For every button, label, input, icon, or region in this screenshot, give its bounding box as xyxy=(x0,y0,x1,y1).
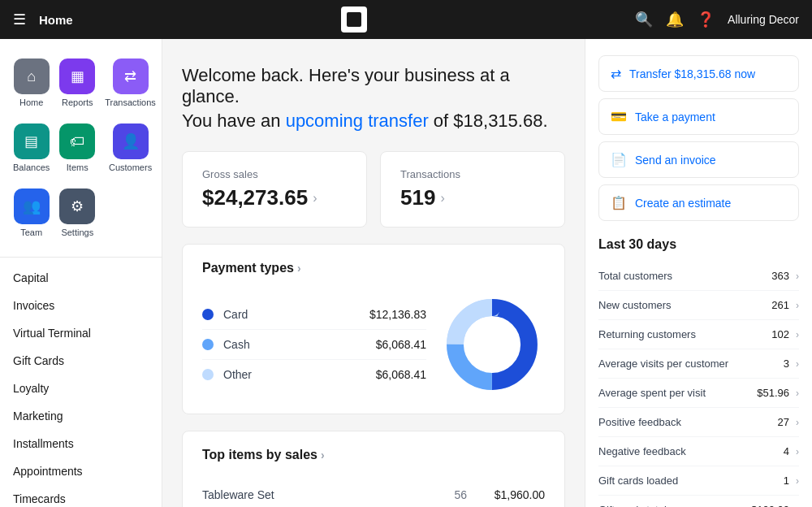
reports-icon-box: ▦ xyxy=(59,58,95,94)
sidebar-icons-grid: ⌂Home▦Reports⇄Transactions▤Balances🏷Item… xyxy=(0,39,162,258)
negative-feedback-name: Negative feedback xyxy=(598,445,784,457)
sidebar-nav-invoices[interactable]: Invoices xyxy=(0,292,162,319)
sidebar-icon-home[interactable]: ⌂Home xyxy=(10,52,53,114)
total-customers-arrow: › xyxy=(796,271,799,282)
customers-label: Customers xyxy=(109,162,152,172)
sidebar-icon-team[interactable]: 👥Team xyxy=(10,182,53,244)
payment-list: Card $12,136.83 Cash $6,068.41 Other $6,… xyxy=(202,300,426,389)
transfer-icon: ⇄ xyxy=(611,66,621,81)
tableware-amount: $1,960.00 xyxy=(480,488,545,501)
reports-label: Reports xyxy=(62,98,93,107)
user-account[interactable]: Alluring Decor xyxy=(728,13,799,26)
avg-spent-name: Average spent per visit xyxy=(598,387,757,399)
positive-feedback-arrow: › xyxy=(796,417,799,428)
gift-cards-loaded-name: Gift cards loaded xyxy=(598,474,784,487)
sidebar-nav-marketing[interactable]: Marketing xyxy=(0,402,162,430)
estimate-label: Create an estimate xyxy=(635,197,731,210)
tableware-qty: 56 xyxy=(434,488,467,501)
gross-sales-label: Gross sales xyxy=(202,168,347,180)
items-icon-box: 🏷 xyxy=(59,124,95,159)
avg-spent-value: $51.96 xyxy=(757,387,789,399)
returning-customers-value: 102 xyxy=(771,328,789,340)
cash-dot xyxy=(202,339,214,350)
main-content: Welcome back. Here's your business at a … xyxy=(162,39,585,507)
balances-label: Balances xyxy=(13,162,50,172)
metric-returning-customers[interactable]: Returning customers 102 › xyxy=(598,320,799,349)
negative-feedback-arrow: › xyxy=(796,446,799,457)
transactions-arrow: › xyxy=(440,191,444,206)
sidebar-nav: CapitalInvoicesVirtual TerminalGift Card… xyxy=(0,258,162,507)
metric-positive-feedback[interactable]: Positive feedback 27 › xyxy=(598,408,799,437)
other-name: Other xyxy=(223,368,366,381)
gross-sales-arrow: › xyxy=(313,191,317,206)
metric-gift-cards-total[interactable]: Gift cards total $100.00 › xyxy=(598,496,799,507)
new-customers-value: 261 xyxy=(771,299,789,311)
payment-icon: 💳 xyxy=(611,109,627,124)
transactions-label: Transactions xyxy=(105,98,156,107)
home-icon-box: ⌂ xyxy=(14,58,50,94)
action-transfer[interactable]: ⇄Transfer $18,315.68 now xyxy=(598,55,799,92)
new-customers-name: New customers xyxy=(598,299,771,311)
other-dot xyxy=(202,369,214,380)
transactions-card[interactable]: Transactions 519 › xyxy=(380,151,565,228)
menu-icon[interactable]: ☰ xyxy=(13,11,26,28)
sidebar-icon-items[interactable]: 🏷Items xyxy=(56,117,98,179)
new-customers-arrow: › xyxy=(796,300,799,311)
sidebar-icon-settings[interactable]: ⚙Settings xyxy=(56,182,98,244)
welcome-line1: Welcome back. Here's your business at a … xyxy=(182,65,565,107)
transactions-label: Transactions xyxy=(400,168,545,180)
welcome-line2: You have an upcoming transfer of $18,315… xyxy=(182,110,565,132)
sidebar-icon-transactions[interactable]: ⇄Transactions xyxy=(102,52,159,114)
bell-icon[interactable]: 🔔 xyxy=(666,11,684,28)
sidebar-nav-appointments[interactable]: Appointments xyxy=(0,457,162,485)
stats-row: Gross sales $24,273.65 › Transactions 51… xyxy=(182,151,565,228)
sidebar-nav-installments[interactable]: Installments xyxy=(0,430,162,457)
avg-visits-arrow: › xyxy=(796,358,799,370)
sidebar-icon-balances[interactable]: ▤Balances xyxy=(10,117,53,179)
metric-new-customers[interactable]: New customers 261 › xyxy=(598,291,799,320)
svg-point-4 xyxy=(464,317,520,372)
items-label: Items xyxy=(67,162,89,172)
total-customers-name: Total customers xyxy=(598,270,771,282)
card-name: Card xyxy=(223,308,360,321)
top-items-title: Top items by sales › xyxy=(202,448,545,462)
positive-feedback-name: Positive feedback xyxy=(598,416,778,428)
sidebar-nav-loyalty[interactable]: Loyalty xyxy=(0,375,162,402)
last30-title: Last 30 days xyxy=(598,237,799,252)
sidebar: ⌂Home▦Reports⇄Transactions▤Balances🏷Item… xyxy=(0,39,162,507)
gift-cards-total-name: Gift cards total xyxy=(598,504,751,507)
sidebar-nav-timecards[interactable]: Timecards xyxy=(0,485,162,507)
sidebar-nav-virtual-terminal[interactable]: Virtual Terminal xyxy=(0,319,162,347)
card-dot xyxy=(202,309,214,320)
metric-gift-cards-loaded[interactable]: Gift cards loaded 1 › xyxy=(598,466,799,496)
team-icon-box: 👥 xyxy=(14,188,50,224)
page-title: Home xyxy=(39,13,73,27)
sidebar-nav-capital[interactable]: Capital xyxy=(0,264,162,292)
search-icon[interactable]: 🔍 xyxy=(635,11,653,28)
settings-icon-box: ⚙ xyxy=(59,188,95,224)
payment-types-arrow: › xyxy=(297,262,301,275)
sidebar-icon-customers[interactable]: 👤Customers xyxy=(102,117,159,179)
transactions-icon-box: ⇄ xyxy=(113,58,149,94)
top-nav: ☰ Home 🔍 🔔 ❓ Alluring Decor xyxy=(0,0,812,39)
gross-sales-card[interactable]: Gross sales $24,273.65 › xyxy=(182,151,367,228)
returning-customers-arrow: › xyxy=(796,329,799,340)
team-label: Team xyxy=(20,228,42,237)
square-logo xyxy=(341,6,367,32)
home-label: Home xyxy=(19,98,43,107)
sidebar-icon-reports[interactable]: ▦Reports xyxy=(56,52,98,114)
metric-negative-feedback[interactable]: Negative feedback 4 › xyxy=(598,437,799,466)
negative-feedback-value: 4 xyxy=(784,445,789,457)
metric-total-customers[interactable]: Total customers 363 › xyxy=(598,262,799,291)
help-icon[interactable]: ❓ xyxy=(697,11,715,28)
payment-types-title: Payment types › xyxy=(202,261,545,275)
action-invoice[interactable]: 📄Send an invoice xyxy=(598,141,799,178)
item-row-tableware[interactable]: Tableware Set 56 $1,960.00 xyxy=(202,479,545,507)
metric-avg-spent[interactable]: Average spent per visit $51.96 › xyxy=(598,379,799,408)
action-estimate[interactable]: 📋Create an estimate xyxy=(598,184,799,221)
sidebar-nav-gift-cards[interactable]: Gift Cards xyxy=(0,347,162,375)
transfer-link[interactable]: upcoming transfer xyxy=(286,110,429,131)
positive-feedback-value: 27 xyxy=(778,416,789,428)
action-payment[interactable]: 💳Take a payment xyxy=(598,98,799,135)
metric-avg-visits[interactable]: Average visits per customer 3 › xyxy=(598,349,799,379)
